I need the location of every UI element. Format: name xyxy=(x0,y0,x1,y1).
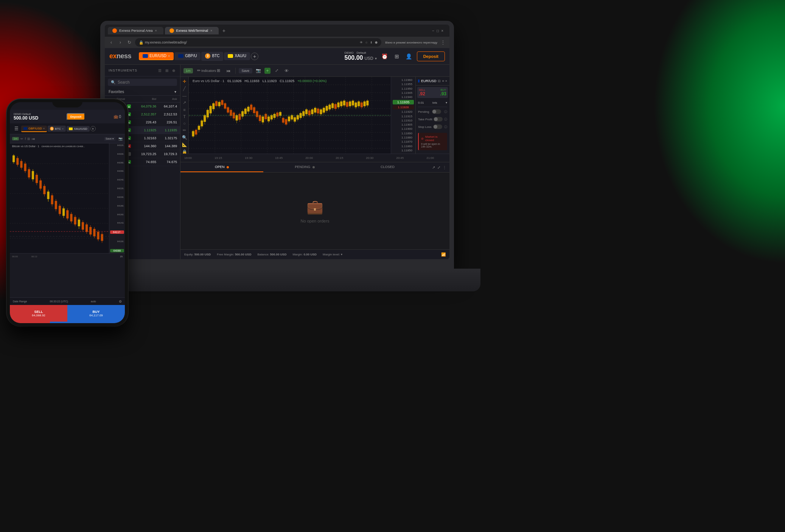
instruments-settings-icon[interactable]: ⊕ xyxy=(171,68,176,73)
profile-icon[interactable]: 👤 xyxy=(405,52,413,61)
date-range-label[interactable]: Date Range xyxy=(13,300,27,303)
horizontal-line-tool[interactable]: — xyxy=(181,93,188,98)
sl-switch[interactable] xyxy=(433,124,442,129)
chart-type-icon[interactable]: ⊟ xyxy=(438,79,441,83)
browser-menu[interactable]: ⋮ xyxy=(440,39,446,46)
order-close-icon[interactable]: × xyxy=(445,79,447,83)
chart-indicators-icon[interactable]: Indicators xyxy=(205,67,213,75)
browser-reload[interactable]: ↻ xyxy=(126,39,133,46)
phone-buy-button[interactable]: BUY 64,117.09 xyxy=(67,305,125,322)
price-2: 1.11955 xyxy=(393,82,414,86)
equity-value: 500.00 USD xyxy=(194,253,211,256)
phone-gbpusd-close[interactable]: × xyxy=(43,127,45,130)
svg-rect-84 xyxy=(288,117,290,121)
orders-share-icon[interactable]: ↗ xyxy=(432,165,435,170)
brush-tool[interactable]: ✏ xyxy=(181,128,188,133)
chart-eye-icon[interactable]: 👁 xyxy=(283,67,290,75)
tab1-close[interactable]: × xyxy=(155,29,159,33)
window-maximize[interactable]: □ xyxy=(437,29,439,33)
phone-hamburger-icon[interactable]: ☰ xyxy=(12,125,20,132)
phone-tab-gbpusd[interactable]: GBP/USD × xyxy=(21,126,47,132)
lock-tool[interactable]: 🔒 xyxy=(181,149,188,154)
svg-rect-52 xyxy=(241,111,244,117)
margin-level-dropdown[interactable]: ▾ xyxy=(341,253,342,256)
tab-closed[interactable]: CLOSED xyxy=(346,162,429,172)
balance-label: Balance: xyxy=(257,253,269,256)
alarm-icon[interactable]: ⏰ xyxy=(381,52,389,61)
ohlc-low: L1.11923 xyxy=(263,79,277,83)
phone-tab-btc[interactable]: ₿ BTC × xyxy=(48,126,66,132)
symbol-tab-gbpusd[interactable]: GBP/U xyxy=(174,52,201,60)
orders-menu-icon[interactable]: ⋮ xyxy=(443,165,446,170)
pending-toggle[interactable]: Pending ⓘ xyxy=(416,108,449,115)
phone-tool-indicator[interactable]: f xyxy=(25,137,26,141)
crosshair-tool[interactable]: ✛ xyxy=(181,79,188,84)
phone-tool-replay[interactable]: ⏮ xyxy=(32,137,35,141)
instr-ask-hl: 74.675 xyxy=(156,160,177,164)
line-tool[interactable]: ╱ xyxy=(181,86,188,91)
add-symbol-button[interactable]: + xyxy=(251,53,258,60)
svg-rect-157 xyxy=(28,169,30,177)
browser-tab-2[interactable]: Exness WebTerminal × xyxy=(165,27,219,34)
window-close[interactable]: × xyxy=(441,29,443,33)
grid-icon[interactable]: ⊞ xyxy=(393,52,401,61)
text-tool[interactable]: T xyxy=(181,114,188,119)
orders-expand-icon[interactable]: ⤢ xyxy=(437,165,440,170)
browser-forward[interactable]: › xyxy=(117,39,124,46)
price-15: 1.11860 xyxy=(393,145,414,148)
eurusd-close[interactable]: × xyxy=(168,54,170,58)
phone-btc-close[interactable]: × xyxy=(62,128,64,130)
tab2-close[interactable]: × xyxy=(210,29,214,33)
pending-switch[interactable] xyxy=(432,109,441,114)
timeframe-1m[interactable]: 1m xyxy=(183,68,193,73)
instruments-search-box[interactable]: 🔍 xyxy=(108,79,177,86)
chart-fullscreen-icon[interactable]: ⤢ xyxy=(273,67,280,75)
favorites-dropdown[interactable]: Favorites ▾ xyxy=(105,88,180,96)
zoom-tool[interactable]: 🔍 xyxy=(181,135,188,140)
phone-sell-button[interactable]: SELL 64,088.92 xyxy=(10,305,67,322)
stop-loss-toggle[interactable]: Stop Loss ⓘ xyxy=(416,123,449,131)
svg-rect-173 xyxy=(59,206,61,214)
chart-plus-icon[interactable]: + xyxy=(264,68,270,74)
fib-tool[interactable]: ≡ xyxy=(181,107,188,112)
phone-deposit-button[interactable]: Deposit xyxy=(67,113,85,120)
browser-back[interactable]: ‹ xyxy=(108,39,115,46)
chart-camera-icon[interactable]: 📷 xyxy=(255,67,262,75)
tp-switch[interactable] xyxy=(434,117,443,121)
phone-add-symbol[interactable]: + xyxy=(90,126,96,131)
svg-rect-187 xyxy=(85,224,88,232)
phone-save-btn[interactable]: Save ▾ xyxy=(104,137,115,141)
symbol-tab-xauusd[interactable]: XAU/U xyxy=(224,52,250,60)
order-settings-icon[interactable]: ≡ xyxy=(442,79,444,83)
instruments-list-icon[interactable]: ☰ xyxy=(157,68,163,73)
margin-level-label: Margin level: xyxy=(323,253,340,256)
chart-save-btn[interactable]: Save xyxy=(239,68,253,73)
chart-replay-icon[interactable]: ⏮ xyxy=(225,67,232,75)
circle-tool[interactable]: ○ xyxy=(181,121,188,126)
take-profit-toggle[interactable]: Take Profit ⓘ xyxy=(416,115,449,123)
symbol-tab-eurusd[interactable]: EUR/USD × xyxy=(139,52,174,60)
phone-tool-grid[interactable]: ⊞ xyxy=(27,137,30,141)
currency-dropdown-icon[interactable]: ▾ xyxy=(375,56,377,61)
symbol-tab-btc[interactable]: ₿ BTC xyxy=(201,52,223,61)
phone-tab-xauusd[interactable]: XAU/USD xyxy=(67,126,90,132)
phone-tool-pencil[interactable]: ✏ xyxy=(20,137,23,141)
deposit-button[interactable]: Deposit xyxy=(417,51,445,61)
auto-label[interactable]: auto xyxy=(91,300,96,303)
tab-pending[interactable]: PENDING xyxy=(263,162,346,172)
instruments-grid-icon[interactable]: ⊞ xyxy=(164,68,169,73)
tab1-label: Exness Personal Area xyxy=(119,29,153,33)
new-tab-button[interactable]: + xyxy=(220,27,228,34)
browser-tab-1[interactable]: Exness Personal Area × xyxy=(108,27,163,34)
measure-tool[interactable]: 📐 xyxy=(181,142,188,147)
chart-objects-icon[interactable]: ⊞ xyxy=(215,67,222,75)
phone-settings-icon[interactable]: ⚙ xyxy=(119,300,122,303)
trend-tool[interactable]: ↗ xyxy=(181,100,188,105)
phone-tf-1m[interactable]: 1m xyxy=(12,137,19,140)
window-minimize[interactable]: − xyxy=(432,29,434,33)
instruments-search-input[interactable] xyxy=(118,80,174,84)
tab-open[interactable]: OPEN xyxy=(180,162,263,172)
lot-dropdown[interactable]: ▾ xyxy=(446,101,447,104)
phone-camera-icon[interactable]: 📷 xyxy=(118,137,123,141)
address-bar[interactable]: 🔒 my.exness.com/webtrading/ 👁 ☆ ⬇ ⬟ xyxy=(135,38,381,47)
